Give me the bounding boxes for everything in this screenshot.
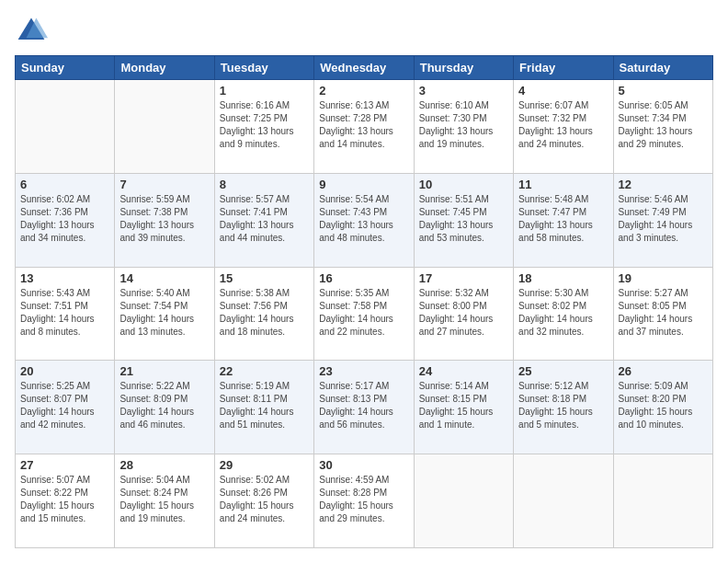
calendar-cell — [514, 454, 613, 548]
day-info: Sunrise: 5:57 AMSunset: 7:41 PMDaylight:… — [220, 193, 309, 245]
calendar: SundayMondayTuesdayWednesdayThursdayFrid… — [15, 55, 713, 548]
calendar-cell: 8Sunrise: 5:57 AMSunset: 7:41 PMDaylight… — [214, 173, 313, 267]
calendar-cell: 14Sunrise: 5:40 AMSunset: 7:54 PMDayligh… — [115, 267, 214, 361]
day-number: 16 — [319, 271, 408, 285]
week-row-3: 13Sunrise: 5:43 AMSunset: 7:51 PMDayligh… — [16, 267, 713, 361]
day-info: Sunrise: 5:09 AMSunset: 8:20 PMDaylight:… — [619, 380, 708, 431]
week-row-5: 27Sunrise: 5:07 AMSunset: 8:22 PMDayligh… — [16, 454, 713, 548]
day-number: 17 — [419, 271, 508, 285]
day-info: Sunrise: 5:38 AMSunset: 7:56 PMDaylight:… — [220, 287, 309, 339]
day-info: Sunrise: 5:22 AMSunset: 8:09 PMDaylight:… — [119, 380, 209, 431]
day-number: 23 — [319, 364, 408, 378]
calendar-cell: 10Sunrise: 5:51 AMSunset: 7:45 PMDayligh… — [414, 173, 513, 267]
day-info: Sunrise: 5:40 AMSunset: 7:54 PMDaylight:… — [119, 287, 209, 339]
day-info: Sunrise: 5:35 AMSunset: 7:58 PMDaylight:… — [319, 287, 408, 339]
calendar-cell: 4Sunrise: 6:07 AMSunset: 7:32 PMDaylight… — [514, 80, 613, 174]
day-info: Sunrise: 6:02 AMSunset: 7:36 PMDaylight:… — [20, 193, 109, 245]
calendar-cell: 21Sunrise: 5:22 AMSunset: 8:09 PMDayligh… — [115, 361, 214, 454]
day-info: Sunrise: 5:25 AMSunset: 8:07 PMDaylight:… — [20, 380, 109, 431]
weekday-header-monday: Monday — [115, 56, 214, 80]
day-info: Sunrise: 5:12 AMSunset: 8:18 PMDaylight:… — [518, 380, 608, 431]
day-number: 28 — [119, 458, 209, 472]
day-number: 6 — [20, 178, 109, 191]
day-info: Sunrise: 5:19 AMSunset: 8:11 PMDaylight:… — [220, 380, 309, 431]
day-number: 1 — [220, 84, 309, 98]
page: SundayMondayTuesdayWednesdayThursdayFrid… — [0, 0, 728, 563]
day-number: 18 — [518, 271, 608, 285]
calendar-cell: 2Sunrise: 6:13 AMSunset: 7:28 PMDaylight… — [314, 80, 414, 174]
day-info: Sunrise: 5:48 AMSunset: 7:47 PMDaylight:… — [518, 193, 608, 245]
logo — [15, 15, 51, 48]
calendar-cell: 27Sunrise: 5:07 AMSunset: 8:22 PMDayligh… — [16, 454, 115, 548]
day-number: 26 — [619, 364, 708, 378]
day-info: Sunrise: 5:46 AMSunset: 7:49 PMDaylight:… — [619, 193, 708, 245]
calendar-cell: 25Sunrise: 5:12 AMSunset: 8:18 PMDayligh… — [514, 361, 613, 454]
weekday-header-tuesday: Tuesday — [214, 56, 313, 80]
calendar-cell: 13Sunrise: 5:43 AMSunset: 7:51 PMDayligh… — [16, 267, 115, 361]
calendar-cell: 17Sunrise: 5:32 AMSunset: 8:00 PMDayligh… — [414, 267, 513, 361]
calendar-cell: 29Sunrise: 5:02 AMSunset: 8:26 PMDayligh… — [214, 454, 313, 548]
calendar-cell: 6Sunrise: 6:02 AMSunset: 7:36 PMDaylight… — [16, 173, 115, 267]
day-info: Sunrise: 5:43 AMSunset: 7:51 PMDaylight:… — [20, 287, 109, 339]
calendar-cell: 23Sunrise: 5:17 AMSunset: 8:13 PMDayligh… — [314, 361, 414, 454]
day-number: 10 — [419, 178, 508, 191]
weekday-header-thursday: Thursday — [414, 56, 513, 80]
calendar-cell: 7Sunrise: 5:59 AMSunset: 7:38 PMDaylight… — [115, 173, 214, 267]
weekday-header-wednesday: Wednesday — [314, 56, 414, 80]
day-number: 11 — [518, 178, 608, 191]
weekday-header-saturday: Saturday — [613, 56, 712, 80]
day-number: 27 — [20, 458, 109, 472]
calendar-cell: 18Sunrise: 5:30 AMSunset: 8:02 PMDayligh… — [514, 267, 613, 361]
day-number: 12 — [619, 178, 708, 191]
calendar-cell — [16, 80, 115, 174]
day-info: Sunrise: 5:54 AMSunset: 7:43 PMDaylight:… — [319, 193, 408, 245]
calendar-cell: 15Sunrise: 5:38 AMSunset: 7:56 PMDayligh… — [214, 267, 313, 361]
day-number: 2 — [319, 84, 408, 98]
calendar-cell: 22Sunrise: 5:19 AMSunset: 8:11 PMDayligh… — [214, 361, 313, 454]
day-info: Sunrise: 5:17 AMSunset: 8:13 PMDaylight:… — [319, 380, 408, 431]
day-number: 25 — [518, 364, 608, 378]
calendar-cell — [613, 454, 712, 548]
logo-icon — [15, 15, 48, 48]
calendar-cell: 12Sunrise: 5:46 AMSunset: 7:49 PMDayligh… — [613, 173, 712, 267]
day-info: Sunrise: 5:30 AMSunset: 8:02 PMDaylight:… — [518, 287, 608, 339]
week-row-1: 1Sunrise: 6:16 AMSunset: 7:25 PMDaylight… — [16, 80, 713, 174]
day-number: 9 — [319, 178, 408, 191]
day-info: Sunrise: 6:10 AMSunset: 7:30 PMDaylight:… — [419, 99, 508, 151]
calendar-cell: 3Sunrise: 6:10 AMSunset: 7:30 PMDaylight… — [414, 80, 513, 174]
day-number: 4 — [518, 84, 608, 98]
week-row-2: 6Sunrise: 6:02 AMSunset: 7:36 PMDaylight… — [16, 173, 713, 267]
calendar-cell: 11Sunrise: 5:48 AMSunset: 7:47 PMDayligh… — [514, 173, 613, 267]
day-info: Sunrise: 6:16 AMSunset: 7:25 PMDaylight:… — [220, 99, 309, 151]
day-info: Sunrise: 6:13 AMSunset: 7:28 PMDaylight:… — [319, 99, 408, 151]
day-number: 21 — [119, 364, 209, 378]
calendar-cell — [115, 80, 214, 174]
day-number: 15 — [220, 271, 309, 285]
weekday-header-row: SundayMondayTuesdayWednesdayThursdayFrid… — [16, 56, 713, 80]
header — [15, 15, 713, 48]
day-info: Sunrise: 5:32 AMSunset: 8:00 PMDaylight:… — [419, 287, 508, 339]
calendar-cell: 24Sunrise: 5:14 AMSunset: 8:15 PMDayligh… — [414, 361, 513, 454]
calendar-cell: 16Sunrise: 5:35 AMSunset: 7:58 PMDayligh… — [314, 267, 414, 361]
day-info: Sunrise: 4:59 AMSunset: 8:28 PMDaylight:… — [319, 474, 408, 525]
day-number: 13 — [20, 271, 109, 285]
day-info: Sunrise: 6:07 AMSunset: 7:32 PMDaylight:… — [518, 99, 608, 151]
day-number: 7 — [119, 178, 209, 191]
calendar-cell: 9Sunrise: 5:54 AMSunset: 7:43 PMDaylight… — [314, 173, 414, 267]
day-info: Sunrise: 5:51 AMSunset: 7:45 PMDaylight:… — [419, 193, 508, 245]
day-number: 8 — [220, 178, 309, 191]
week-row-4: 20Sunrise: 5:25 AMSunset: 8:07 PMDayligh… — [16, 361, 713, 454]
day-number: 14 — [119, 271, 209, 285]
calendar-cell: 1Sunrise: 6:16 AMSunset: 7:25 PMDaylight… — [214, 80, 313, 174]
day-info: Sunrise: 5:59 AMSunset: 7:38 PMDaylight:… — [119, 193, 209, 245]
calendar-cell: 5Sunrise: 6:05 AMSunset: 7:34 PMDaylight… — [613, 80, 712, 174]
day-number: 5 — [619, 84, 708, 98]
day-info: Sunrise: 5:14 AMSunset: 8:15 PMDaylight:… — [419, 380, 508, 431]
day-info: Sunrise: 5:27 AMSunset: 8:05 PMDaylight:… — [619, 287, 708, 339]
day-info: Sunrise: 5:04 AMSunset: 8:24 PMDaylight:… — [119, 474, 209, 525]
calendar-cell: 20Sunrise: 5:25 AMSunset: 8:07 PMDayligh… — [16, 361, 115, 454]
day-info: Sunrise: 5:02 AMSunset: 8:26 PMDaylight:… — [220, 474, 309, 525]
day-info: Sunrise: 6:05 AMSunset: 7:34 PMDaylight:… — [619, 99, 708, 151]
calendar-cell: 28Sunrise: 5:04 AMSunset: 8:24 PMDayligh… — [115, 454, 214, 548]
weekday-header-friday: Friday — [514, 56, 613, 80]
